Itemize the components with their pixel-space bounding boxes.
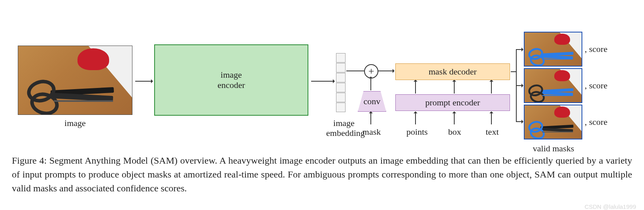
line-out-vert (516, 49, 517, 94)
image-encoder-label: image encoder (217, 70, 245, 90)
mask-decoder-label: mask decoder (429, 67, 477, 77)
architecture-diagram: image image encoder image embedding + co… (12, 8, 632, 147)
arrow-pe-to-md-1 (415, 82, 416, 94)
text-input-label: text (482, 127, 502, 137)
image-embedding-label: image embedding (326, 118, 362, 138)
arrow-out-2 (516, 85, 521, 86)
arrow-pe-to-md-3 (491, 82, 492, 94)
mask-input-label: mask (358, 127, 385, 137)
box-input-label: box (445, 127, 465, 137)
prompt-encoder-block: prompt encoder (395, 94, 510, 111)
arrow-image-to-encoder (135, 81, 151, 82)
arrow-encoder-to-embedding (311, 81, 333, 82)
input-image-label: image (18, 118, 132, 128)
prompt-encoder-label: prompt encoder (425, 97, 480, 108)
input-image (18, 46, 132, 115)
output-mask-image-1 (524, 32, 582, 67)
output-row: , score (524, 68, 631, 103)
image-encoder-block: image encoder (154, 44, 308, 116)
arrow-box-to-pe (454, 113, 455, 124)
arrow-mask-to-conv (370, 113, 371, 124)
arrow-points-to-pe (415, 113, 416, 124)
line-embedding-to-plus (346, 71, 364, 71)
arrow-plus-to-decoder (378, 71, 393, 71)
output-score-label-2: , score (585, 80, 607, 91)
arrow-out-3 (516, 121, 521, 122)
output-score-label-3: , score (585, 117, 607, 127)
mask-decoder-block: mask decoder (395, 63, 510, 80)
output-label: valid masks (524, 143, 583, 154)
output-row: , score (524, 32, 631, 67)
points-input-label: points (403, 127, 431, 137)
arrow-pe-to-md-2 (454, 82, 455, 94)
arrow-out-1 (516, 49, 521, 50)
arrow-text-to-pe (491, 113, 492, 124)
output-mask-image-3 (524, 105, 582, 139)
line-out-stub (511, 71, 516, 72)
conv-label: conv (364, 96, 381, 107)
output-mask-image-2 (524, 68, 582, 103)
output-row: , score (524, 105, 631, 139)
image-embedding-stack (336, 53, 346, 113)
line-out-vert-2 (516, 94, 517, 122)
output-masks-group: , score , score , score (524, 32, 631, 141)
figure-caption: Figure 4: Segment Anything Model (SAM) o… (12, 154, 632, 195)
arrow-conv-to-plus (370, 78, 371, 90)
conv-block: conv (358, 91, 386, 112)
output-score-label-1: , score (585, 44, 607, 54)
